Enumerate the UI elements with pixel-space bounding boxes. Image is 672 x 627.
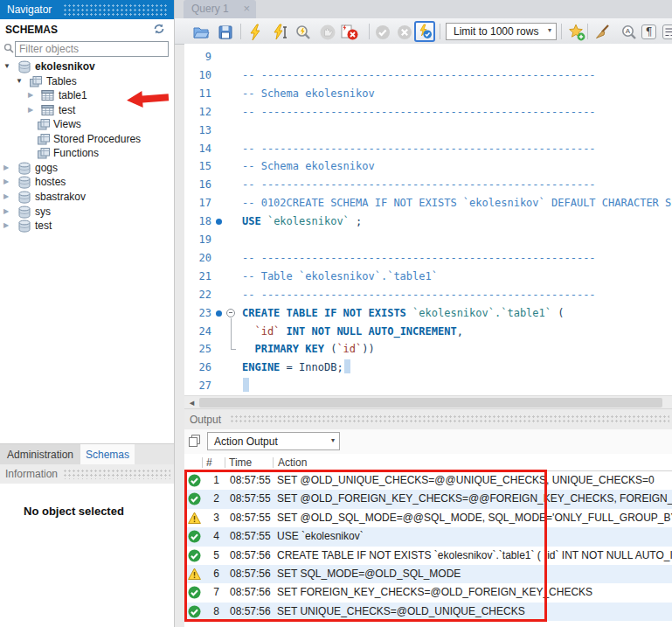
stop-button[interactable]	[319, 24, 336, 41]
tree-item-test[interactable]: ▶test	[0, 103, 174, 117]
row-action: SET @OLD_SQL_MODE=@@SQL_MODE, SQL_MODE='…	[277, 512, 672, 524]
refresh-schemas-icon[interactable]	[153, 23, 165, 38]
editor-line-23: 23CREATE TABLE IF NOT EXISTS `ekolesniko…	[184, 304, 672, 323]
code-text: -- -------------------------------------…	[242, 286, 596, 304]
information-heading: Information	[5, 468, 58, 480]
expand-icon[interactable]: ▶	[3, 207, 9, 216]
tree-item-label: ekolesnikov	[35, 60, 95, 73]
tab-administration[interactable]: Administration	[0, 444, 80, 465]
editor-line-14: 14-- -----------------------------------…	[184, 140, 672, 158]
open-script-button[interactable]	[192, 24, 210, 41]
tree-item-tables[interactable]: ▼Tables	[0, 74, 174, 88]
commit-button[interactable]	[374, 24, 391, 41]
tree-item-gogs[interactable]: ▶gogs	[0, 161, 174, 175]
line-number: 9	[184, 48, 211, 66]
schema-tree: ▼ekolesnikov▼Tables▶table1▶testViewsStor…	[0, 59, 174, 442]
code-text: USE `ekolesnikov` ;	[242, 212, 362, 231]
expand-icon[interactable]: ▶	[28, 91, 33, 100]
action-output-row[interactable]: 108:57:55SET @OLD_UNIQUE_CHECKS=@@UNIQUE…	[184, 471, 672, 490]
row-index: 5	[197, 549, 219, 561]
wrap-text-button[interactable]	[662, 24, 672, 41]
editor-line-27: 27	[184, 377, 672, 395]
line-number: 14	[184, 140, 211, 158]
line-number: 22	[184, 286, 211, 304]
header-texture	[63, 3, 169, 16]
line-number: 17	[184, 194, 211, 212]
action-output-row[interactable]: 408:57:55USE `ekolesnikov`	[184, 527, 672, 546]
line-number: 12	[184, 103, 211, 122]
editor-horizontal-scrollbar[interactable]: ◂	[184, 395, 672, 408]
row-time: 08:57:55	[230, 492, 271, 505]
sql-editor[interactable]: 910-- ----------------------------------…	[184, 44, 672, 395]
toggle-autocommit-button[interactable]	[414, 21, 435, 42]
header-texture	[63, 469, 170, 479]
output-panels-icon	[188, 434, 202, 450]
collapse-icon[interactable]: ▼	[16, 77, 23, 86]
tree-item-label: Stored Procedures	[53, 133, 141, 145]
toggle-stop-on-error-button[interactable]	[340, 24, 357, 41]
expand-icon[interactable]: ▶	[3, 164, 9, 172]
action-output-row[interactable]: 708:57:56SET FOREIGN_KEY_CHECKS=@OLD_FOR…	[184, 583, 672, 602]
svg-text:¶: ¶	[646, 26, 653, 38]
tree-item-sbastrakov[interactable]: ▶sbastrakov	[0, 190, 174, 204]
code-text	[242, 377, 249, 395]
action-output-row[interactable]: 508:57:56CREATE TABLE IF NOT EXISTS `eko…	[184, 547, 672, 565]
code-fold-icon[interactable]	[226, 309, 235, 317]
tree-item-label: Functions	[53, 147, 99, 159]
table-icon	[41, 104, 54, 119]
explain-button[interactable]	[294, 24, 312, 41]
output-type-dropdown[interactable]: Action Output ▾	[207, 432, 340, 450]
no-object-selected-text: No object selected	[24, 505, 124, 518]
tree-item-hostes[interactable]: ▶hostes	[0, 175, 174, 189]
show-invisibles-button[interactable]: ¶	[641, 24, 658, 41]
tree-item-ekolesnikov[interactable]: ▼ekolesnikov	[0, 59, 174, 73]
expand-icon[interactable]: ▶	[3, 221, 9, 230]
expand-icon[interactable]: ▶	[3, 178, 9, 186]
tab-schemas[interactable]: Schemas	[80, 444, 135, 465]
editor-line-24: 24 `id` INT NOT NULL AUTO_INCREMENT,	[184, 323, 672, 341]
find-button[interactable]: A	[620, 24, 638, 41]
editor-line-20: 20-- -----------------------------------…	[184, 249, 672, 268]
expand-icon[interactable]: ▶	[3, 192, 9, 201]
scrollbar-thumb[interactable]	[199, 398, 662, 408]
code-text: -- -------------------------------------…	[242, 66, 596, 85]
toolbar-divider	[440, 24, 440, 39]
panel-splitter[interactable]	[175, 0, 184, 627]
beautify-button[interactable]	[594, 24, 612, 41]
tree-item-table1[interactable]: ▶table1	[0, 88, 174, 102]
code-text: -- -------------------------------------…	[242, 140, 596, 158]
execute-button[interactable]	[246, 24, 264, 41]
collapse-icon[interactable]: ▼	[3, 62, 10, 71]
line-number: 10	[184, 66, 211, 85]
limit-rows-dropdown[interactable]: Limit to 1000 rows▾	[446, 23, 557, 40]
information-panel: No object selected	[0, 484, 174, 627]
filter-input[interactable]	[15, 41, 169, 57]
tree-item-stored-procedures[interactable]: Stored Procedures	[0, 132, 174, 146]
close-tab-icon[interactable]: ×	[243, 2, 250, 15]
row-action: SET SQL_MODE=@OLD_SQL_MODE	[277, 568, 672, 580]
rollback-button[interactable]	[396, 24, 413, 41]
editor-tab-bar: Query 1 ×	[175, 0, 672, 18]
action-output-row[interactable]: 608:57:56SET SQL_MODE=@OLD_SQL_MODE	[184, 565, 672, 583]
code-text: -- Table `ekolesnikov`.`table1`	[242, 268, 438, 286]
execute-current-button[interactable]	[271, 24, 288, 41]
tree-item-views[interactable]: Views	[0, 117, 174, 131]
action-output-row[interactable]: 808:57:56SET UNIQUE_CHECKS=@OLD_UNIQUE_C…	[184, 603, 672, 621]
action-output-row[interactable]: 208:57:55SET @OLD_FOREIGN_KEY_CHECKS=@@F…	[184, 490, 672, 508]
tree-item-functions[interactable]: Functions	[0, 146, 174, 160]
row-index: 4	[197, 530, 219, 542]
row-time: 08:57:56	[230, 568, 271, 580]
editor-line-21: 21-- Table `ekolesnikov`.`table1`	[184, 268, 672, 286]
output-type-value: Action Output	[214, 435, 278, 448]
save-script-button[interactable]	[217, 24, 234, 41]
new-snippet-button[interactable]	[568, 24, 585, 41]
action-output-row[interactable]: 308:57:55SET @OLD_SQL_MODE=@@SQL_MODE, S…	[184, 509, 672, 527]
fold-guide-hook	[231, 349, 236, 350]
chevron-down-icon: ▾	[548, 26, 551, 34]
line-number: 20	[184, 249, 211, 268]
tree-item-test[interactable]: ▶test	[0, 219, 174, 233]
expand-icon[interactable]: ▶	[28, 106, 33, 115]
tab-query-1[interactable]: Query 1 ×	[184, 0, 256, 18]
scroll-left-icon[interactable]: ◂	[185, 396, 198, 408]
tree-item-sys[interactable]: ▶sys	[0, 205, 174, 219]
